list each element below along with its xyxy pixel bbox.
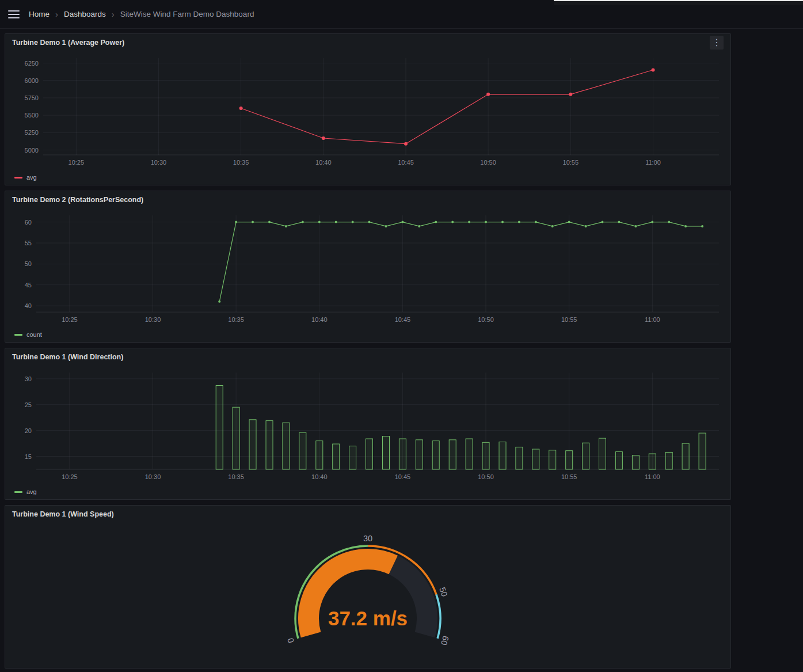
line-chart-svg: 404550556010:2510:3010:3510:4010:4510:50… — [10, 208, 726, 327]
panel-title-rotations[interactable]: Turbine Demo 2 (RotationsPerSecond) — [12, 196, 143, 204]
data-point — [618, 221, 620, 223]
bar — [216, 386, 223, 470]
svg-text:10:55: 10:55 — [561, 473, 577, 480]
legend-label-avg[interactable]: avg — [26, 488, 37, 495]
data-point — [602, 221, 604, 223]
svg-text:55: 55 — [25, 240, 32, 246]
svg-text:11:00: 11:00 — [645, 473, 660, 480]
bar — [283, 423, 290, 469]
data-point — [239, 107, 243, 110]
gauge-container: 030506037.2 m/s — [5, 523, 730, 668]
bar — [316, 441, 323, 469]
svg-text:10:40: 10:40 — [311, 316, 328, 323]
bar — [366, 439, 373, 469]
bar — [383, 436, 390, 470]
data-point — [401, 221, 404, 223]
menu-toggle-icon[interactable] — [8, 10, 20, 18]
average-power-line-chart[interactable]: 50005250550057506000625010:2510:3010:351… — [5, 51, 730, 172]
data-point — [485, 221, 487, 223]
data-point — [252, 221, 254, 223]
data-point — [322, 136, 325, 140]
svg-text:10:45: 10:45 — [395, 473, 411, 480]
data-point — [568, 221, 570, 223]
breadcrumb-dashboards[interactable]: Dashboards — [64, 10, 106, 18]
svg-text:10:55: 10:55 — [561, 316, 577, 323]
bar — [449, 440, 456, 469]
breadcrumb-separator-icon: › — [55, 10, 58, 18]
top-right-overlay-edge — [554, 0, 803, 5]
bar — [399, 439, 406, 469]
data-point — [451, 221, 454, 223]
wind-speed-gauge[interactable]: 030506037.2 m/s — [264, 531, 471, 660]
wind-direction-bar-chart[interactable]: 1520253010:2510:3010:3510:4010:4510:5010… — [5, 366, 730, 487]
rotations-line-chart[interactable]: 404550556010:2510:3010:3510:4010:4510:50… — [5, 208, 730, 329]
data-point — [468, 221, 470, 223]
panel-title-wind-direction[interactable]: Turbine Demo 1 (Wind Direction) — [12, 353, 123, 361]
panel-title-average-power[interactable]: Turbine Demo 1 (Average Power) — [12, 39, 124, 47]
bar — [466, 439, 473, 469]
panel-wind-speed: Turbine Demo 1 (Wind Speed) 030506037.2 … — [5, 505, 731, 669]
bar — [416, 440, 423, 469]
svg-text:15: 15 — [25, 453, 32, 460]
panel-header: Turbine Demo 1 (Wind Direction) — [5, 348, 730, 366]
data-point — [652, 69, 655, 72]
bar — [699, 433, 706, 469]
legend: avg — [5, 487, 730, 500]
legend: avg — [5, 172, 730, 186]
svg-text:10:50: 10:50 — [478, 316, 494, 323]
gauge-scale-label: 30 — [363, 534, 372, 543]
bar — [649, 454, 656, 469]
data-point — [285, 225, 287, 227]
svg-text:10:40: 10:40 — [311, 473, 328, 480]
bar — [599, 438, 606, 469]
line-chart-svg: 50005250550057506000625010:2510:3010:351… — [10, 51, 726, 170]
svg-text:50: 50 — [25, 260, 32, 267]
breadcrumb-separator-icon: › — [112, 10, 115, 18]
svg-text:10:50: 10:50 — [480, 159, 496, 166]
data-point — [551, 225, 554, 227]
breadcrumb: Home › Dashboards › SiteWise Wind Farm D… — [29, 10, 254, 18]
svg-text:11:00: 11:00 — [645, 316, 660, 323]
bar — [499, 442, 506, 469]
data-point — [501, 221, 504, 223]
data-point — [435, 221, 437, 223]
bar-chart-svg: 1520253010:2510:3010:3510:4010:4510:5010… — [10, 366, 726, 484]
bar — [549, 450, 556, 469]
bar — [632, 455, 639, 469]
data-point — [268, 221, 271, 223]
breadcrumb-home[interactable]: Home — [29, 10, 50, 18]
bar — [432, 441, 439, 469]
bar — [233, 407, 239, 469]
gauge-svg: 030506037.2 m/s — [264, 531, 471, 658]
bar — [583, 443, 589, 469]
panel-title-wind-speed[interactable]: Turbine Demo 1 (Wind Speed) — [12, 510, 114, 518]
data-point — [585, 225, 587, 227]
legend-label-count[interactable]: count — [26, 331, 42, 338]
data-point — [701, 225, 703, 227]
panel-header: Turbine Demo 1 (Wind Speed) — [5, 506, 730, 523]
data-point — [569, 93, 572, 96]
svg-text:10:25: 10:25 — [62, 473, 78, 480]
gauge-value: 37.2 m/s — [328, 607, 408, 629]
bar — [249, 420, 256, 469]
panel-average-power: Turbine Demo 1 (Average Power) ⋮ 5000525… — [5, 33, 731, 185]
panel-rotations-per-second: Turbine Demo 2 (RotationsPerSecond) 4045… — [5, 191, 731, 343]
data-point — [668, 221, 670, 223]
data-point — [235, 221, 237, 223]
gauge-scale-label: 50 — [437, 586, 449, 598]
svg-text:10:40: 10:40 — [315, 159, 332, 166]
svg-text:6000: 6000 — [25, 77, 39, 84]
legend-label-avg[interactable]: avg — [26, 174, 37, 181]
panel-header: Turbine Demo 1 (Average Power) ⋮ — [5, 34, 730, 51]
svg-text:5250: 5250 — [25, 129, 39, 136]
svg-text:10:30: 10:30 — [145, 473, 161, 480]
svg-text:45: 45 — [25, 282, 32, 288]
svg-text:10:30: 10:30 — [145, 316, 161, 323]
bar — [333, 444, 340, 469]
svg-text:10:50: 10:50 — [478, 473, 494, 480]
legend-series-swatch — [14, 491, 22, 493]
panel-menu-icon[interactable]: ⋮ — [710, 36, 724, 50]
svg-text:10:45: 10:45 — [398, 159, 414, 166]
bar — [566, 451, 573, 469]
bar — [266, 421, 273, 469]
